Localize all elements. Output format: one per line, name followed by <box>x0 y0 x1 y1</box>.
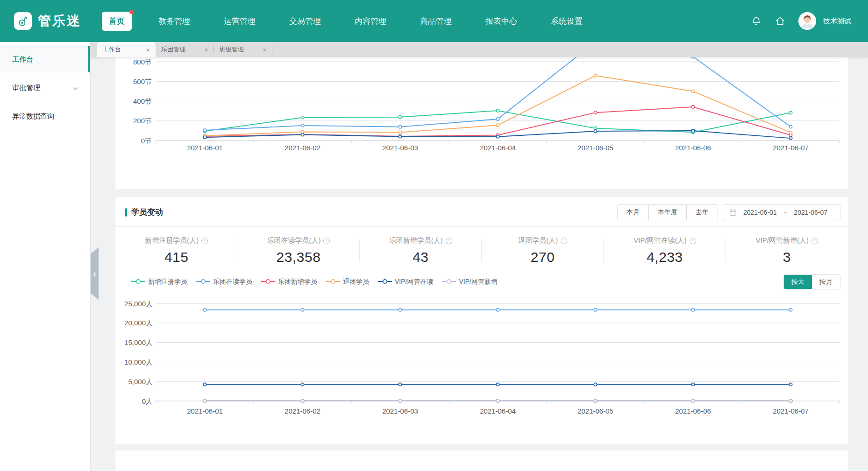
svg-text:2021-06-02: 2021-06-02 <box>285 407 320 415</box>
nav-item-label: 教务管理 <box>158 17 190 26</box>
svg-text:2021-06-04: 2021-06-04 <box>480 144 516 152</box>
info-icon[interactable]: ! <box>201 238 208 244</box>
stat-label: 乐团在读学员(人)! <box>267 236 330 245</box>
svg-text:10,000人: 10,000人 <box>124 358 153 366</box>
nav-item-label: 内容管理 <box>355 17 386 26</box>
page-scroll-area[interactable]: 0节200节400节600节800节2021-06-012021-06-0220… <box>91 57 868 471</box>
svg-text:400节: 400节 <box>133 97 152 105</box>
granularity-0[interactable]: 按天 <box>784 275 812 289</box>
legend-label: 乐团在读学员 <box>213 278 252 286</box>
svg-text:15,000人: 15,000人 <box>124 338 153 346</box>
calendar-icon <box>729 209 737 216</box>
svg-text:2021-06-03: 2021-06-03 <box>382 407 418 415</box>
svg-text:2021-06-06: 2021-06-06 <box>675 407 711 415</box>
sidebar-collapse-handle[interactable]: ‹ <box>91 247 99 300</box>
date-range-picker[interactable]: 2021-06-01 - 2021-06-07 <box>723 204 840 220</box>
legend-item-1[interactable]: 乐团在读学员 <box>196 278 252 286</box>
avatar[interactable] <box>798 12 816 30</box>
svg-text:5,000人: 5,000人 <box>128 378 153 386</box>
chevron-down-icon <box>72 84 78 92</box>
quick-range-1[interactable]: 本年度 <box>648 205 686 220</box>
legend-label: 新增注册学员 <box>148 278 187 286</box>
date-end[interactable]: 2021-06-07 <box>787 209 834 216</box>
tab-1[interactable]: 乐团管理× <box>156 42 214 57</box>
chart-legend: 新增注册学员乐团在读学员乐团新增学员退团学员VIP/网管在读VIP/网管新增 <box>131 278 498 286</box>
legend-item-5[interactable]: VIP/网管新增 <box>442 278 497 286</box>
tab-close-icon[interactable]: × <box>263 46 267 53</box>
legend-item-3[interactable]: 退团学员 <box>326 278 369 286</box>
tab-close-icon[interactable]: × <box>146 46 150 53</box>
nav-item-2[interactable]: 运营管理 <box>217 12 263 31</box>
nav-item-4[interactable]: 内容管理 <box>348 12 393 31</box>
students-line-chart[interactable]: 0人5,000人10,000人15,000人20,000人25,000人2021… <box>115 296 848 431</box>
sidebar-item-2[interactable]: 异常数据查询 <box>0 103 90 129</box>
nav-item-label: 系统设置 <box>551 17 583 26</box>
svg-text:2021-06-07: 2021-06-07 <box>773 407 809 415</box>
tab-bar: 工作台×乐团管理×班级管理× <box>91 42 868 57</box>
stat-value: 23,358 <box>237 249 359 265</box>
legend-marker <box>261 278 275 286</box>
sidebar-item-0[interactable]: 工作台 <box>0 46 90 72</box>
nav-item-7[interactable]: 系统设置 <box>544 12 590 31</box>
granularity-1[interactable]: 按月 <box>812 275 840 289</box>
legend-item-2[interactable]: 乐团新增学员 <box>261 278 317 286</box>
nav-item-1[interactable]: 教务管理 <box>151 12 197 31</box>
tab-label: 工作台 <box>103 45 121 54</box>
svg-text:2021-06-07: 2021-06-07 <box>773 144 809 152</box>
nav-item-5[interactable]: 商品管理 <box>413 12 459 31</box>
svg-text:2021-06-05: 2021-06-05 <box>577 407 613 415</box>
svg-text:600节: 600节 <box>133 77 152 85</box>
svg-text:2021-06-06: 2021-06-06 <box>675 144 711 152</box>
stat-block-4: VIP/网管在读(人)!4,233 <box>604 236 726 265</box>
legend-item-4[interactable]: VIP/网管在读 <box>378 278 433 286</box>
stat-block-5: VIP/网管新增(人)!3 <box>726 236 848 265</box>
info-icon[interactable]: ! <box>323 238 330 244</box>
bell-icon[interactable] <box>751 15 762 27</box>
date-separator: - <box>783 209 788 216</box>
nav-item-3[interactable]: 交易管理 <box>282 12 328 31</box>
svg-text:2021-06-01: 2021-06-01 <box>187 144 223 152</box>
navbar-right: 技术测试 <box>751 12 851 30</box>
quick-range-0[interactable]: 本月 <box>618 205 648 220</box>
legend-marker <box>326 278 340 286</box>
stat-label: VIP/网管新增(人)! <box>756 236 818 245</box>
svg-text:2021-06-05: 2021-06-05 <box>577 144 613 152</box>
tab-2[interactable]: 班级管理× <box>214 42 272 57</box>
legend-label: VIP/网管新增 <box>459 278 497 286</box>
legend-marker <box>196 278 210 286</box>
stat-value: 3 <box>726 249 848 265</box>
logo-icon <box>14 12 32 30</box>
nav-item-0[interactable]: 首页 <box>102 12 132 31</box>
sidebar: 工作台审批管理异常数据查询 <box>0 42 91 471</box>
home-icon[interactable] <box>775 15 786 27</box>
legend-marker <box>442 278 456 286</box>
user-name[interactable]: 技术测试 <box>823 17 851 26</box>
tab-close-icon[interactable]: × <box>204 46 208 53</box>
sessions-line-chart[interactable]: 0节200节400节600节800节2021-06-012021-06-0220… <box>115 57 848 189</box>
tab-0[interactable]: 工作台× <box>97 42 156 57</box>
range-controls: 本月本年度去年 2021-06-01 - 2021-06-07 <box>617 204 840 220</box>
svg-text:20,000人: 20,000人 <box>124 319 153 327</box>
legend-label: 退团学员 <box>343 278 369 286</box>
stat-label: VIP/网管在读(人)! <box>633 236 696 245</box>
info-icon[interactable]: ! <box>446 238 452 244</box>
tab-label: 乐团管理 <box>161 45 185 54</box>
tab-label: 班级管理 <box>220 45 244 54</box>
info-icon[interactable]: ! <box>811 238 818 244</box>
info-icon[interactable]: ! <box>690 238 696 244</box>
quick-range-2[interactable]: 去年 <box>686 205 718 220</box>
sidebar-item-1[interactable]: 审批管理 <box>0 75 90 101</box>
nav-item-6[interactable]: 报表中心 <box>478 12 524 31</box>
stat-label-text: VIP/网管在读(人) <box>633 236 686 245</box>
legend-marker <box>131 278 145 286</box>
info-icon[interactable]: ! <box>561 238 567 244</box>
date-start[interactable]: 2021-06-01 <box>737 209 783 216</box>
svg-text:200节: 200节 <box>133 117 152 125</box>
svg-text:25,000人: 25,000人 <box>124 300 153 308</box>
sidebar-item-label: 异常数据查询 <box>12 112 54 121</box>
student-change-header: 学员变动 本月本年度去年 2021-06-01 - <box>115 197 848 220</box>
stat-label-text: 乐团在读学员(人) <box>267 236 320 245</box>
legend-item-0[interactable]: 新增注册学员 <box>131 278 187 286</box>
stat-label-text: 新增注册学员(人) <box>145 236 199 245</box>
chevron-left-icon: ‹ <box>93 269 96 279</box>
